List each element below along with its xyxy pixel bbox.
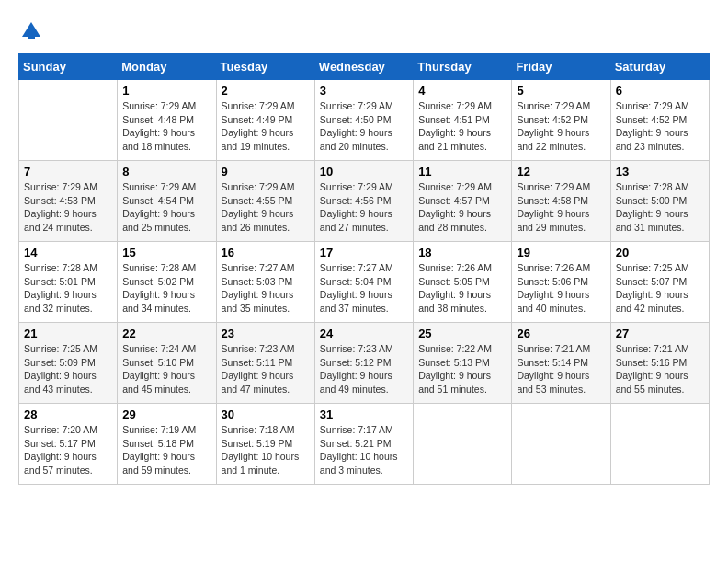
calendar-cell: 18Sunrise: 7:26 AM Sunset: 5:05 PM Dayli… xyxy=(414,242,512,323)
day-number: 11 xyxy=(418,165,506,178)
day-number: 15 xyxy=(122,246,210,259)
calendar-cell: 26Sunrise: 7:21 AM Sunset: 5:14 PM Dayli… xyxy=(512,323,610,404)
day-number: 23 xyxy=(222,327,310,340)
logo xyxy=(18,18,48,44)
day-info: Sunrise: 7:25 AM Sunset: 5:09 PM Dayligh… xyxy=(24,342,112,396)
calendar-cell: 2Sunrise: 7:29 AM Sunset: 4:49 PM Daylig… xyxy=(216,80,314,161)
calendar-week-4: 21Sunrise: 7:25 AM Sunset: 5:09 PM Dayli… xyxy=(19,323,710,404)
day-number: 7 xyxy=(24,165,112,178)
calendar-cell: 4Sunrise: 7:29 AM Sunset: 4:51 PM Daylig… xyxy=(414,80,512,161)
weekday-header-sunday: Sunday xyxy=(19,54,118,80)
calendar-cell: 11Sunrise: 7:29 AM Sunset: 4:57 PM Dayli… xyxy=(414,161,512,242)
day-number: 22 xyxy=(122,327,210,340)
day-info: Sunrise: 7:28 AM Sunset: 5:00 PM Dayligh… xyxy=(616,180,704,235)
day-number: 26 xyxy=(517,327,605,340)
day-info: Sunrise: 7:27 AM Sunset: 5:04 PM Dayligh… xyxy=(320,261,408,316)
calendar-cell: 19Sunrise: 7:26 AM Sunset: 5:06 PM Dayli… xyxy=(512,242,610,323)
calendar-cell: 8Sunrise: 7:29 AM Sunset: 4:54 PM Daylig… xyxy=(118,161,216,242)
day-info: Sunrise: 7:29 AM Sunset: 4:50 PM Dayligh… xyxy=(320,99,408,154)
day-number: 3 xyxy=(320,84,408,98)
day-info: Sunrise: 7:29 AM Sunset: 4:49 PM Dayligh… xyxy=(222,99,310,154)
day-number: 4 xyxy=(418,84,506,98)
day-info: Sunrise: 7:22 AM Sunset: 5:13 PM Dayligh… xyxy=(418,342,506,396)
svg-rect-1 xyxy=(28,31,35,39)
calendar-week-5: 28Sunrise: 7:20 AM Sunset: 5:17 PM Dayli… xyxy=(19,404,710,485)
calendar-cell: 7Sunrise: 7:29 AM Sunset: 4:53 PM Daylig… xyxy=(19,161,118,242)
day-info: Sunrise: 7:29 AM Sunset: 4:53 PM Dayligh… xyxy=(24,180,112,235)
day-number: 30 xyxy=(222,408,310,421)
calendar-cell: 22Sunrise: 7:24 AM Sunset: 5:10 PM Dayli… xyxy=(118,323,216,404)
calendar-cell xyxy=(512,404,610,485)
day-info: Sunrise: 7:20 AM Sunset: 5:17 PM Dayligh… xyxy=(24,423,112,477)
calendar-cell xyxy=(610,404,709,485)
day-info: Sunrise: 7:29 AM Sunset: 4:57 PM Dayligh… xyxy=(418,180,506,235)
calendar-cell: 30Sunrise: 7:18 AM Sunset: 5:19 PM Dayli… xyxy=(216,404,314,485)
calendar-cell: 14Sunrise: 7:28 AM Sunset: 5:01 PM Dayli… xyxy=(19,242,118,323)
day-info: Sunrise: 7:29 AM Sunset: 4:58 PM Dayligh… xyxy=(517,180,605,235)
calendar-cell: 1Sunrise: 7:29 AM Sunset: 4:48 PM Daylig… xyxy=(118,80,216,161)
day-number: 14 xyxy=(24,246,112,259)
day-number: 21 xyxy=(24,327,112,340)
day-info: Sunrise: 7:24 AM Sunset: 5:10 PM Dayligh… xyxy=(122,342,210,396)
weekday-header-monday: Monday xyxy=(118,54,216,80)
calendar-cell: 10Sunrise: 7:29 AM Sunset: 4:56 PM Dayli… xyxy=(314,161,413,242)
day-info: Sunrise: 7:17 AM Sunset: 5:21 PM Dayligh… xyxy=(320,423,408,477)
day-info: Sunrise: 7:25 AM Sunset: 5:07 PM Dayligh… xyxy=(616,261,704,316)
day-info: Sunrise: 7:19 AM Sunset: 5:18 PM Dayligh… xyxy=(122,423,210,477)
weekday-header-thursday: Thursday xyxy=(414,54,512,80)
day-info: Sunrise: 7:29 AM Sunset: 4:56 PM Dayligh… xyxy=(320,180,408,235)
day-info: Sunrise: 7:27 AM Sunset: 5:03 PM Dayligh… xyxy=(222,261,310,316)
day-number: 28 xyxy=(24,408,112,421)
calendar-cell: 17Sunrise: 7:27 AM Sunset: 5:04 PM Dayli… xyxy=(314,242,413,323)
day-info: Sunrise: 7:28 AM Sunset: 5:01 PM Dayligh… xyxy=(24,261,112,316)
day-info: Sunrise: 7:29 AM Sunset: 4:48 PM Dayligh… xyxy=(122,99,210,154)
day-number: 17 xyxy=(320,246,408,259)
calendar-cell: 15Sunrise: 7:28 AM Sunset: 5:02 PM Dayli… xyxy=(118,242,216,323)
calendar-table: SundayMondayTuesdayWednesdayThursdayFrid… xyxy=(18,53,710,485)
day-number: 24 xyxy=(320,327,408,340)
day-info: Sunrise: 7:29 AM Sunset: 4:54 PM Dayligh… xyxy=(122,180,210,235)
calendar-week-3: 14Sunrise: 7:28 AM Sunset: 5:01 PM Dayli… xyxy=(19,242,710,323)
calendar-week-1: 1Sunrise: 7:29 AM Sunset: 4:48 PM Daylig… xyxy=(19,80,710,161)
day-info: Sunrise: 7:29 AM Sunset: 4:52 PM Dayligh… xyxy=(517,99,605,154)
calendar-cell: 21Sunrise: 7:25 AM Sunset: 5:09 PM Dayli… xyxy=(19,323,118,404)
calendar-cell: 5Sunrise: 7:29 AM Sunset: 4:52 PM Daylig… xyxy=(512,80,610,161)
day-number: 29 xyxy=(122,408,210,421)
logo-icon xyxy=(18,18,44,44)
day-info: Sunrise: 7:28 AM Sunset: 5:02 PM Dayligh… xyxy=(122,261,210,316)
day-number: 2 xyxy=(222,84,310,98)
calendar-cell: 6Sunrise: 7:29 AM Sunset: 4:52 PM Daylig… xyxy=(610,80,709,161)
weekday-header-wednesday: Wednesday xyxy=(314,54,413,80)
day-number: 20 xyxy=(616,246,704,259)
day-info: Sunrise: 7:21 AM Sunset: 5:14 PM Dayligh… xyxy=(517,342,605,396)
calendar-cell: 25Sunrise: 7:22 AM Sunset: 5:13 PM Dayli… xyxy=(414,323,512,404)
day-number: 25 xyxy=(418,327,506,340)
weekday-row: SundayMondayTuesdayWednesdayThursdayFrid… xyxy=(19,54,710,80)
calendar-cell: 12Sunrise: 7:29 AM Sunset: 4:58 PM Dayli… xyxy=(512,161,610,242)
day-info: Sunrise: 7:18 AM Sunset: 5:19 PM Dayligh… xyxy=(222,423,310,477)
calendar-cell: 31Sunrise: 7:17 AM Sunset: 5:21 PM Dayli… xyxy=(314,404,413,485)
day-number: 6 xyxy=(616,84,704,98)
day-info: Sunrise: 7:29 AM Sunset: 4:55 PM Dayligh… xyxy=(222,180,310,235)
day-number: 18 xyxy=(418,246,506,259)
calendar-cell: 29Sunrise: 7:19 AM Sunset: 5:18 PM Dayli… xyxy=(118,404,216,485)
weekday-header-saturday: Saturday xyxy=(610,54,709,80)
day-info: Sunrise: 7:29 AM Sunset: 4:52 PM Dayligh… xyxy=(616,99,704,154)
day-number: 9 xyxy=(222,165,310,178)
day-info: Sunrise: 7:21 AM Sunset: 5:16 PM Dayligh… xyxy=(616,342,704,396)
day-info: Sunrise: 7:26 AM Sunset: 5:06 PM Dayligh… xyxy=(517,261,605,316)
calendar-cell xyxy=(414,404,512,485)
weekday-header-tuesday: Tuesday xyxy=(216,54,314,80)
calendar-cell: 9Sunrise: 7:29 AM Sunset: 4:55 PM Daylig… xyxy=(216,161,314,242)
calendar-cell: 20Sunrise: 7:25 AM Sunset: 5:07 PM Dayli… xyxy=(610,242,709,323)
day-number: 31 xyxy=(320,408,408,421)
weekday-header-friday: Friday xyxy=(512,54,610,80)
day-number: 5 xyxy=(517,84,605,98)
day-number: 10 xyxy=(320,165,408,178)
calendar-cell xyxy=(19,80,118,161)
day-number: 12 xyxy=(517,165,605,178)
calendar-cell: 28Sunrise: 7:20 AM Sunset: 5:17 PM Dayli… xyxy=(19,404,118,485)
calendar-cell: 24Sunrise: 7:23 AM Sunset: 5:12 PM Dayli… xyxy=(314,323,413,404)
calendar-body: 1Sunrise: 7:29 AM Sunset: 4:48 PM Daylig… xyxy=(19,80,710,485)
calendar-header: SundayMondayTuesdayWednesdayThursdayFrid… xyxy=(19,54,710,80)
